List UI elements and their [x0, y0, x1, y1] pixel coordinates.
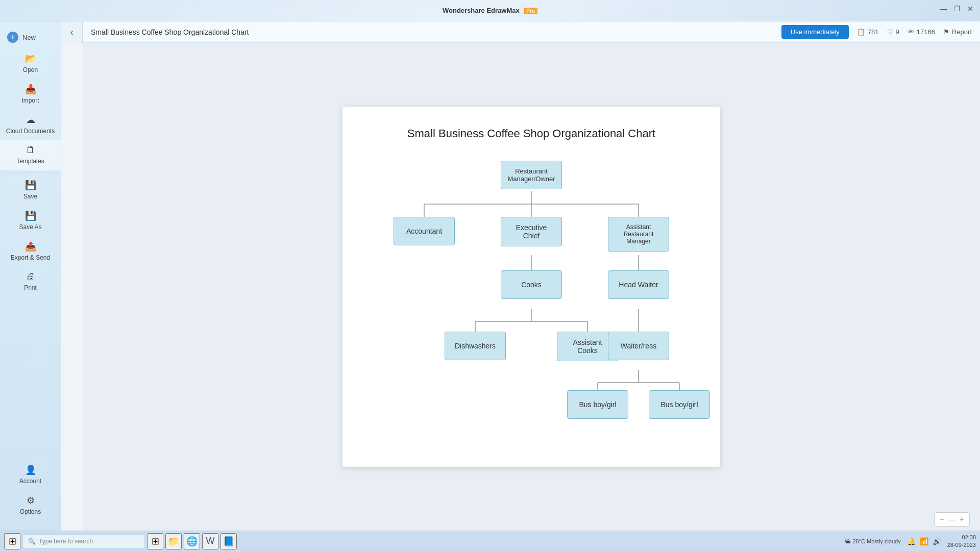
report-icon: ⚑ [943, 28, 949, 36]
options-icon: ⚙ [27, 495, 35, 506]
open-icon: 📂 [25, 53, 36, 64]
node-busboy-2: Bus boy/girl [649, 390, 710, 419]
search-placeholder: Type here to search [39, 538, 93, 545]
sidebar-item-open-label: Open [23, 66, 38, 73]
zoom-out-button[interactable]: − [940, 515, 944, 524]
taskbar: ⊞ 🔍 Type here to search ⊞ 📁 🌐 W 📘 🌥 28°C… [0, 531, 980, 551]
time-display: 02:38 [947, 534, 976, 541]
main-content: Small Business Coffee Shop Organizationa… [83, 43, 980, 531]
sidebar-item-cloud[interactable]: ☁ Cloud Documents [0, 109, 61, 140]
org-chart: Restaurant Manager/Owner Accountant Exec… [373, 156, 690, 441]
page-title: Small Business Coffee Shop Organizationa… [91, 28, 773, 36]
edge-button[interactable]: 🌐 [184, 533, 200, 549]
sidebar-item-saveas[interactable]: 💾 Save As [0, 205, 61, 236]
copies-stat: 📋 781 [857, 28, 879, 36]
weather-text: 28°C Mostly cloudy [852, 538, 900, 544]
taskbar-right: 🌥 28°C Mostly cloudy 🔔 📶 🔊 02:38 28-09-2… [845, 534, 976, 548]
sidebar-item-new-label: New [22, 34, 36, 41]
chart-title: Small Business Coffee Shop Organizationa… [373, 127, 690, 140]
clock: 02:38 28-09-2023 [947, 534, 976, 548]
title-bar: Wondershare EdrawMax Pro — ❐ ✕ [0, 0, 980, 21]
start-button[interactable]: ⊞ [4, 533, 20, 549]
node-cooks: Cooks [501, 270, 562, 299]
sidebar-item-saveas-label: Save As [19, 223, 41, 231]
node-exec-chief: Executive Chief [501, 217, 562, 246]
report-label: Report [952, 28, 972, 36]
app-name: Wondershare EdrawMax Pro [443, 7, 537, 14]
account-icon: 👤 [25, 464, 36, 475]
copies-icon: 📋 [857, 28, 865, 36]
sidebar-item-new[interactable]: + New [0, 27, 61, 48]
use-immediately-button[interactable]: Use immediately [781, 25, 849, 39]
sidebar-item-templates-label: Templates [16, 158, 44, 165]
sidebar-item-import[interactable]: 📥 Import [0, 79, 61, 109]
sidebar-bottom: 👤 Account ⚙ Options [0, 459, 61, 520]
saveas-icon: 💾 [25, 210, 36, 221]
weather-display: 🌥 28°C Mostly cloudy [845, 538, 900, 544]
node-waiteress: Waiter/ress [608, 332, 669, 360]
back-button[interactable]: ‹ [61, 21, 83, 43]
sidebar-divider [5, 172, 56, 172]
templates-icon: 🗒 [26, 145, 35, 156]
views-stat: 👁 17166 [908, 28, 935, 36]
network-icon: 📶 [920, 537, 928, 545]
node-accountant: Accountant [394, 217, 455, 245]
sidebar-item-export[interactable]: 📤 Export & Send [0, 236, 61, 266]
node-asst-manager: Assistant Restaurant Manager [608, 217, 669, 252]
maximize-button[interactable]: ❐ [952, 4, 962, 13]
sidebar-item-import-label: Import [21, 97, 39, 104]
edrawmax-button[interactable]: 📘 [220, 533, 237, 549]
sidebar-item-templates[interactable]: 🗒 Templates [0, 140, 61, 170]
window-controls: — ❐ ✕ [939, 4, 975, 13]
sidebar: + New 📂 Open 📥 Import ☁ Cloud Documents … [0, 21, 61, 531]
node-busboy-1: Bus boy/girl [567, 390, 628, 419]
tray-icons: 🔔 📶 🔊 [907, 537, 941, 545]
chart-container: Small Business Coffee Shop Organizationa… [342, 107, 720, 467]
views-count: 17166 [917, 28, 935, 36]
date-display: 28-09-2023 [947, 541, 976, 548]
likes-count: 9 [896, 28, 899, 36]
sidebar-item-save[interactable]: 💾 Save [0, 174, 61, 205]
print-icon: 🖨 [26, 271, 35, 282]
header-actions: Use immediately 📋 781 ♡ 9 👁 17166 ⚑ Repo… [781, 25, 972, 39]
weather-icon: 🌥 [845, 538, 850, 544]
sidebar-item-print-label: Print [24, 284, 37, 291]
header-bar: Small Business Coffee Shop Organizationa… [83, 21, 980, 43]
likes-icon: ♡ [887, 28, 893, 36]
import-icon: 📥 [25, 84, 36, 95]
task-manager-button[interactable]: ⊞ [147, 533, 163, 549]
sidebar-item-account-label: Account [19, 478, 41, 485]
word-button[interactable]: W [202, 533, 218, 549]
new-plus-icon: + [7, 32, 18, 43]
views-icon: 👁 [908, 28, 914, 36]
close-button[interactable]: ✕ [966, 4, 975, 13]
minimize-button[interactable]: — [939, 4, 948, 13]
node-root: Restaurant Manager/Owner [501, 161, 562, 189]
copies-count: 781 [868, 28, 879, 36]
volume-icon: 🔊 [933, 537, 941, 545]
likes-stat: ♡ 9 [887, 28, 899, 36]
notification-icon: 🔔 [907, 537, 916, 545]
sidebar-item-options-label: Options [20, 508, 41, 515]
file-explorer-button[interactable]: 📁 [165, 533, 182, 549]
sidebar-item-export-label: Export & Send [11, 254, 50, 261]
taskbar-search[interactable]: 🔍 Type here to search [22, 534, 145, 548]
sidebar-item-save-label: Save [23, 193, 37, 200]
sidebar-item-options[interactable]: ⚙ Options [0, 490, 61, 520]
pro-badge: Pro [524, 8, 537, 14]
zoom-in-button[interactable]: + [960, 515, 964, 524]
report-button[interactable]: ⚑ Report [943, 28, 972, 36]
save-icon: 💾 [25, 180, 36, 191]
search-icon: 🔍 [28, 538, 36, 545]
sidebar-item-open[interactable]: 📂 Open [0, 48, 61, 79]
node-dishwashers: Dishwashers [445, 332, 506, 360]
sidebar-item-cloud-label: Cloud Documents [6, 128, 55, 135]
cloud-icon: ☁ [26, 114, 35, 126]
node-head-waiter: Head Waiter [608, 270, 669, 299]
zoom-bar: − — + [934, 512, 970, 527]
export-icon: 📤 [25, 241, 36, 252]
sidebar-item-print[interactable]: 🖨 Print [0, 266, 61, 296]
sidebar-item-account[interactable]: 👤 Account [0, 459, 61, 490]
zoom-line: — [949, 516, 955, 523]
